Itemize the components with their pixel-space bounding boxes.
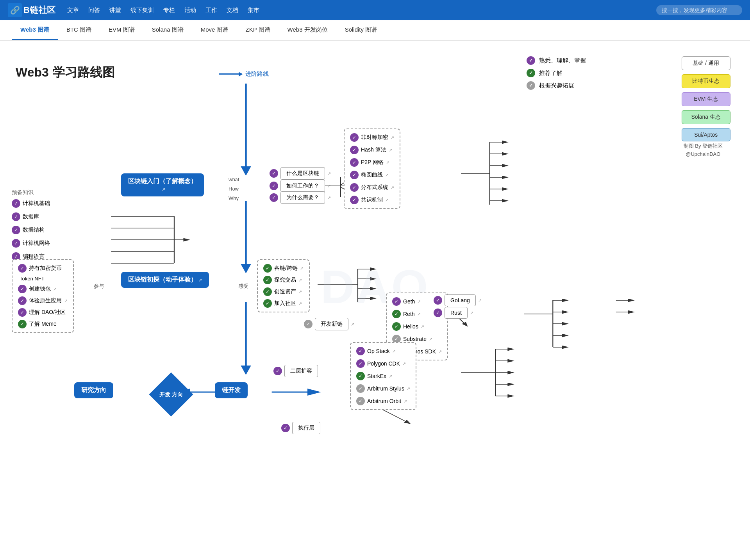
- l2-item-3[interactable]: ✓ Arbitrum Stylus ↗: [356, 384, 410, 393]
- nav-column[interactable]: 专栏: [163, 7, 175, 13]
- label-what: what: [229, 177, 239, 182]
- prep-item-1: ✓ 数据库: [12, 212, 50, 221]
- ext-er-0: ↗: [300, 266, 304, 271]
- tab-btc[interactable]: BTC 图谱: [58, 21, 100, 40]
- rust-node[interactable]: ✓ Rust ↗: [434, 307, 473, 319]
- topic-0[interactable]: ✓ 非对称加密 ↗: [350, 133, 394, 142]
- check-l2-2: ✓: [356, 372, 365, 380]
- l2-item-1[interactable]: ✓ Polygon CDK ↗: [356, 359, 410, 368]
- explore-left-label-4: 理解 DAO/社区: [29, 309, 66, 316]
- prep-label-1: 数据库: [23, 213, 39, 220]
- l2-item-4[interactable]: ✓ Arbitrum Orbit ↗: [356, 397, 410, 405]
- nav-job[interactable]: 工作: [205, 7, 217, 13]
- prep-item-2: ✓ 数据结构: [12, 226, 50, 234]
- search-input[interactable]: [656, 5, 742, 15]
- topic-label-4: 分布式系统: [361, 184, 388, 191]
- check-topic-4: ✓: [350, 183, 359, 192]
- nav-offline[interactable]: 线下集训: [130, 7, 154, 13]
- nav-links: 文章 问答 讲堂 线下集训 专栏 活动 工作 文档 集市: [67, 7, 645, 14]
- topic-4[interactable]: ✓ 分布式系统 ↗: [350, 183, 394, 192]
- explore-node[interactable]: 区块链初探（动手体验） ↗: [121, 272, 209, 288]
- nav-article[interactable]: 文章: [67, 7, 79, 13]
- explore-left-5[interactable]: ✓ 了解 Meme: [18, 320, 68, 328]
- advance-arrow: [219, 73, 242, 75]
- tab-solidity[interactable]: Solidity 图谱: [336, 21, 386, 40]
- check-topic-0: ✓: [350, 133, 359, 142]
- l2-node[interactable]: ✓ 二层扩容: [273, 365, 318, 377]
- exec-layer-node[interactable]: ✓ 执行层: [281, 422, 320, 434]
- exec-layer-label: 执行层: [292, 422, 320, 434]
- tab-zkp[interactable]: ZKP 图谱: [237, 21, 279, 40]
- topic-1[interactable]: ✓ Hash 算法 ↗: [350, 146, 394, 154]
- label-ganshou: 感受: [238, 283, 248, 290]
- explore-left-4[interactable]: ✓ 理解 DAO/社区: [18, 308, 68, 317]
- check-el-4: ✓: [18, 308, 27, 317]
- ext-l2-0: ↗: [392, 349, 396, 354]
- chain-item-label-0: Geth: [403, 298, 415, 305]
- explore-right-label-0: 各链/跨链: [274, 265, 298, 272]
- logo-text: B链社区: [23, 4, 55, 16]
- explore-right-3[interactable]: ✓ 加入社区 ↗: [263, 299, 304, 308]
- check-l2-4: ✓: [356, 397, 365, 405]
- topic-label-0: 非对称加密: [361, 134, 388, 141]
- topic-3[interactable]: ✓ 椭圆曲线 ↗: [350, 171, 394, 179]
- q-how[interactable]: ✓ 如何工作的？ ↗: [270, 180, 331, 192]
- check-topic-5: ✓: [350, 196, 359, 204]
- topic-ext-4: ↗: [391, 185, 394, 190]
- ext-new-chain: ↗: [351, 322, 354, 327]
- ext-chain-0: ↗: [417, 299, 421, 304]
- rust-label: Rust: [445, 307, 468, 319]
- research-node[interactable]: 研究方向: [74, 382, 113, 398]
- tab-evm[interactable]: EVM 图谱: [100, 21, 143, 40]
- tab-solana[interactable]: Solana 图谱: [143, 21, 192, 40]
- logo[interactable]: 🔗 B链社区: [8, 3, 55, 17]
- nav-qa[interactable]: 问答: [88, 7, 100, 13]
- tab-web3-job[interactable]: Web3 开发岗位: [279, 21, 336, 40]
- explore-left-3[interactable]: ✓ 体验原生应用 ↗: [18, 296, 68, 305]
- check-chain-1: ✓: [392, 310, 401, 318]
- l2-items-box: ✓ Op Stack ↗ ✓ Polygon CDK ↗ ✓ StarkEx ↗…: [350, 342, 416, 410]
- explore-right-2[interactable]: ✓ 创造资产 ↗: [263, 287, 304, 296]
- topic-label-1: Hash 算法: [361, 146, 386, 153]
- category-sui: Sui/Aptos: [682, 128, 730, 141]
- label-how: How: [229, 186, 239, 192]
- explore-left-1: Token NFT: [20, 276, 68, 282]
- connections-svg: [8, 52, 742, 521]
- explore-left-box: ✓ 持有加密货币 Token NFT ✓ 创建钱包 ↗ ✓ 体验原生应用 ↗ ✓…: [12, 259, 74, 333]
- logo-icon: 🔗: [8, 3, 22, 17]
- chain-item-2[interactable]: ✓ Helios ↗: [392, 322, 442, 331]
- golang-node[interactable]: ✓ GoLang ↗: [434, 294, 482, 306]
- nav-market[interactable]: 集市: [248, 7, 259, 13]
- legend-green-icon: ✓: [527, 69, 535, 77]
- check-rust: ✓: [434, 309, 442, 317]
- nav-docs[interactable]: 文档: [227, 7, 238, 13]
- l2-item-label-4: Arbitrum Orbit: [367, 398, 401, 404]
- explore-left-0[interactable]: ✓ 持有加密货币: [18, 264, 68, 273]
- topic-2[interactable]: ✓ P2P 网络 ↗: [350, 158, 394, 167]
- tab-move[interactable]: Move 图谱: [192, 21, 237, 40]
- new-chain-node[interactable]: ✓ 开发新链 ↗: [304, 318, 354, 330]
- l2-item-0[interactable]: ✓ Op Stack ↗: [356, 347, 410, 355]
- explore-ext-icon: ↗: [198, 278, 202, 282]
- q-why[interactable]: ✓ 为什么需要？ ↗: [270, 191, 331, 204]
- q-what[interactable]: ✓ 什么是区块链 ↗: [270, 167, 331, 180]
- topic-5[interactable]: ✓ 共识机制 ↗: [350, 196, 394, 204]
- explore-left-2[interactable]: ✓ 创建钱包 ↗: [18, 285, 68, 293]
- prep-label-2: 数据结构: [23, 226, 45, 234]
- l2-item-2[interactable]: ✓ StarkEx ↗: [356, 372, 410, 380]
- nav-activity[interactable]: 活动: [184, 7, 196, 13]
- explore-right-1[interactable]: ✓ 探究交易 ↗: [263, 276, 304, 284]
- chain-dev-box: 链开发: [215, 382, 248, 398]
- topic-label-3: 椭圆曲线: [361, 171, 383, 178]
- check-topic-1: ✓: [350, 146, 359, 154]
- tab-web3[interactable]: Web3 图谱: [12, 21, 58, 40]
- explore-right-label-3: 加入社区: [274, 300, 296, 307]
- explore-right-0[interactable]: ✓ 各链/跨链 ↗: [263, 264, 304, 273]
- ext-chain-2: ↗: [421, 324, 424, 329]
- ext-golang: ↗: [478, 298, 482, 303]
- chain-dev-node[interactable]: 链开发: [215, 382, 248, 398]
- intro-node[interactable]: 区块链入门（了解概念） ↗: [121, 173, 204, 196]
- ext-el-3: ↗: [64, 298, 68, 303]
- nav-lecture[interactable]: 讲堂: [109, 7, 121, 13]
- q-why-label: 为什么需要？: [280, 191, 325, 204]
